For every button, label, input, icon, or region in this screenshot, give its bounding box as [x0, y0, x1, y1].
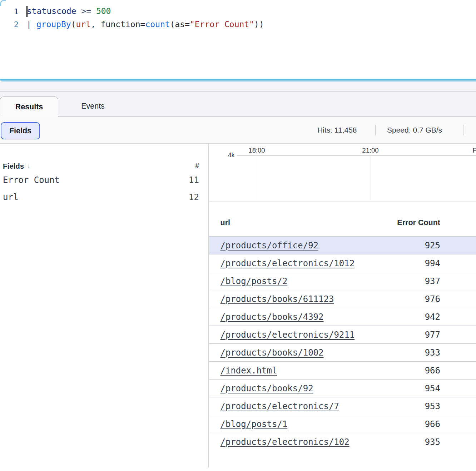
field-count-header: # [195, 162, 199, 170]
table-row: /blog/posts/2937 [209, 272, 476, 290]
error-count-cell: 966 [387, 419, 440, 429]
code-text: | groupBy(url, function=count(as="Error … [26, 20, 264, 29]
field-name: url [3, 192, 18, 202]
table-row: /blog/posts/1966 [209, 415, 476, 433]
error-count-cell: 935 [387, 437, 440, 447]
url-link[interactable]: /products/books/4392 [220, 312, 324, 322]
table-row: /products/electronics/1012994 [209, 254, 476, 272]
token-plain: )) [254, 20, 264, 29]
code-line: 2| groupBy(url, function=count(as="Error… [0, 18, 476, 31]
url-link[interactable]: /blog/posts/1 [220, 419, 288, 429]
url-link[interactable]: /blog/posts/2 [220, 276, 288, 286]
url-link[interactable]: /products/books/92 [220, 383, 313, 393]
url-cell: /products/books/1002 [209, 348, 387, 358]
stat-divider [375, 125, 376, 135]
field-name: Error Count [3, 175, 60, 185]
stat-divider [463, 125, 464, 135]
fields-panel: Fields ↓ # Error Count11url12 [0, 144, 209, 467]
error-count-cell: 937 [387, 276, 440, 286]
url-cell: /products/electronics/102 [209, 437, 387, 447]
url-link[interactable]: /products/electronics/1012 [220, 258, 355, 268]
url-link[interactable]: /index.html [220, 366, 277, 376]
url-cell: /products/electronics/1012 [209, 258, 387, 268]
fields-button[interactable]: Fields [1, 122, 40, 139]
field-count: 12 [189, 192, 199, 202]
code-text: statuscode >= 500 [26, 6, 111, 17]
url-cell: /products/books/4392 [209, 312, 387, 322]
url-cell: /products/books/611123 [209, 294, 387, 304]
sort-down-arrow-icon[interactable]: ↓ [27, 162, 30, 170]
editor-focus-border [0, 79, 476, 81]
token-plain: , function= [91, 20, 145, 29]
gridline [257, 155, 258, 200]
url-link[interactable]: /products/office/92 [220, 241, 319, 251]
token-plain: | [26, 20, 36, 29]
tab-events[interactable]: Events [58, 96, 128, 116]
gridline [371, 155, 371, 200]
url-cell: /products/books/92 [209, 383, 387, 393]
results-panel: 4k 18:0021:00F url Error Count /products… [209, 144, 476, 470]
error-count-cell: 977 [387, 330, 440, 340]
error-count-cell: 942 [387, 312, 440, 322]
column-header-url[interactable]: url [209, 218, 387, 227]
table-row: /index.html966 [209, 362, 476, 380]
event-timeline-chart[interactable]: 4k 18:0021:00F [209, 144, 476, 202]
x-axis-tick-label: 21:00 [362, 146, 378, 155]
field-count: 11 [189, 175, 199, 185]
token-param: url [76, 20, 91, 29]
line-number: 2 [0, 20, 26, 29]
column-header-error-count[interactable]: Error Count [387, 218, 440, 227]
error-count-cell: 994 [387, 258, 440, 268]
line-number: 1 [0, 7, 26, 16]
url-cell: /products/office/92 [209, 241, 387, 251]
token-field: statuscode [27, 6, 76, 16]
results-table: url Error Count /products/office/92925/p… [209, 202, 476, 451]
field-row[interactable]: Error Count11 [0, 172, 208, 189]
x-axis-tick-label: F [473, 146, 476, 155]
url-link[interactable]: /products/books/1002 [220, 348, 324, 358]
token-operator: >= [76, 6, 96, 16]
code-lines: 1statuscode >= 5002| groupBy(url, functi… [0, 0, 476, 31]
table-row: /products/books/92954 [209, 380, 476, 397]
tab-results[interactable]: Results [0, 96, 58, 117]
token-plain: ( [71, 20, 76, 29]
table-row: /products/books/4392942 [209, 308, 476, 326]
error-count-cell: 954 [387, 383, 440, 393]
error-count-cell: 933 [387, 348, 440, 358]
fields-button-label: Fields [9, 127, 31, 135]
tab-events-label: Events [81, 102, 105, 111]
table-row: /products/electronics/102935 [209, 433, 476, 451]
tab-bar: Results Events [0, 91, 476, 117]
table-row: /products/books/611123976 [209, 290, 476, 308]
error-count-cell: 925 [387, 241, 440, 251]
table-row: /products/electronics/7953 [209, 397, 476, 415]
table-row: /products/office/92925 [209, 237, 476, 254]
y-axis-tick-label: 4k [220, 151, 235, 159]
table-row: /products/electronics/9211977 [209, 326, 476, 344]
url-link[interactable]: /products/electronics/7 [220, 401, 339, 411]
token-number: 500 [96, 6, 111, 16]
error-count-cell: 966 [387, 366, 440, 376]
tab-results-label: Results [15, 103, 43, 111]
error-count-cell: 953 [387, 401, 440, 411]
results-toolbar: Fields Hits: 11,458 Speed: 0.7 GB/s [0, 117, 476, 144]
fields-panel-title: Fields [3, 162, 24, 170]
fields-panel-header: Fields ↓ # [0, 144, 208, 172]
url-cell: /blog/posts/1 [209, 419, 387, 429]
editor-results-divider [0, 81, 476, 91]
url-cell: /products/electronics/7 [209, 401, 387, 411]
field-row[interactable]: url12 [0, 189, 208, 206]
query-editor[interactable]: 1statuscode >= 5002| groupBy(url, functi… [0, 0, 476, 79]
token-plain: (as= [170, 20, 190, 29]
x-axis-tick-label: 18:00 [248, 146, 265, 155]
results-content: Fields ↓ # Error Count11url12 4k 18:0021… [0, 144, 476, 470]
url-link[interactable]: /products/books/611123 [220, 294, 334, 304]
url-link[interactable]: /products/electronics/9211 [220, 330, 355, 340]
error-count-cell: 976 [387, 294, 440, 304]
editor-focus-corner [0, 0, 6, 6]
fields-list: Error Count11url12 [0, 172, 208, 206]
table-row: /products/books/1002933 [209, 344, 476, 362]
x-axis-line [237, 155, 476, 156]
url-cell: /blog/posts/2 [209, 276, 387, 286]
url-link[interactable]: /products/electronics/102 [220, 437, 349, 447]
